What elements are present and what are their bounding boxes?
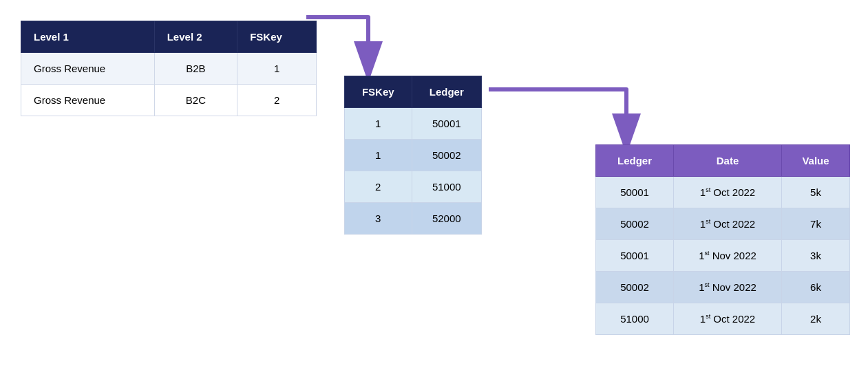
table3-cell-3-1: 1st Nov 2022 — [674, 272, 782, 303]
table3-row: 500021st Oct 20227k — [596, 208, 850, 240]
table2-cell-3-1: 52000 — [412, 203, 481, 235]
table1-wrapper: Level 1 Level 2 FSKey Gross RevenueB2B1G… — [21, 21, 317, 116]
table3-cell-1-2: 7k — [781, 208, 849, 240]
page-container: Level 1 Level 2 FSKey Gross RevenueB2B1G… — [0, 0, 868, 390]
table3-cell-2-1: 1st Nov 2022 — [674, 240, 782, 272]
table1-cell-1-0: Gross Revenue — [21, 85, 155, 116]
table1-cell-1-1: B2C — [154, 85, 237, 116]
table3-row: 500011st Nov 20223k — [596, 240, 850, 272]
table3-header-value: Value — [781, 145, 849, 177]
table3-cell-0-2: 5k — [781, 177, 849, 208]
table1-cell-0-0: Gross Revenue — [21, 53, 155, 85]
table1: Level 1 Level 2 FSKey Gross RevenueB2B1G… — [21, 21, 317, 116]
table3-cell-3-0: 50002 — [596, 272, 674, 303]
table2: FSKey Ledger 150001150002251000352000 — [344, 76, 482, 235]
table3-cell-1-1: 1st Oct 2022 — [674, 208, 782, 240]
table2-wrapper: FSKey Ledger 150001150002251000352000 — [344, 76, 482, 235]
table3-cell-0-1: 1st Oct 2022 — [674, 177, 782, 208]
table3-cell-4-2: 2k — [781, 303, 849, 335]
table1-header-level2: Level 2 — [154, 21, 237, 53]
table2-cell-1-1: 50002 — [412, 140, 481, 171]
table3-row: 510001st Oct 20222k — [596, 303, 850, 335]
table2-header-ledger: Ledger — [412, 76, 481, 108]
table2-cell-3-0: 3 — [345, 203, 412, 235]
table2-cell-2-1: 51000 — [412, 171, 481, 203]
table1-row: Gross RevenueB2C2 — [21, 85, 317, 116]
table2-cell-1-0: 1 — [345, 140, 412, 171]
table3-row: 500021st Nov 20226k — [596, 272, 850, 303]
table2-header-fskey: FSKey — [345, 76, 412, 108]
table3-cell-4-0: 51000 — [596, 303, 674, 335]
table1-cell-0-1: B2B — [154, 53, 237, 85]
table2-cell-0-1: 50001 — [412, 108, 481, 140]
table3-header-date: Date — [674, 145, 782, 177]
table2-cell-2-0: 2 — [345, 171, 412, 203]
table2-row: 352000 — [345, 203, 482, 235]
table1-header-level1: Level 1 — [21, 21, 155, 53]
table2-cell-0-0: 1 — [345, 108, 412, 140]
table3-header-ledger: Ledger — [596, 145, 674, 177]
table3-cell-2-2: 3k — [781, 240, 849, 272]
table3-cell-0-0: 50001 — [596, 177, 674, 208]
table3-cell-1-0: 50002 — [596, 208, 674, 240]
table3-row: 500011st Oct 20225k — [596, 177, 850, 208]
table3: Ledger Date Value 500011st Oct 20225k500… — [595, 144, 850, 335]
table3-cell-2-0: 50001 — [596, 240, 674, 272]
table2-row: 150001 — [345, 108, 482, 140]
table3-cell-3-2: 6k — [781, 272, 849, 303]
table2-row: 150002 — [345, 140, 482, 171]
table1-row: Gross RevenueB2B1 — [21, 53, 317, 85]
table3-cell-4-1: 1st Oct 2022 — [674, 303, 782, 335]
table3-wrapper: Ledger Date Value 500011st Oct 20225k500… — [595, 144, 850, 335]
table2-row: 251000 — [345, 171, 482, 203]
